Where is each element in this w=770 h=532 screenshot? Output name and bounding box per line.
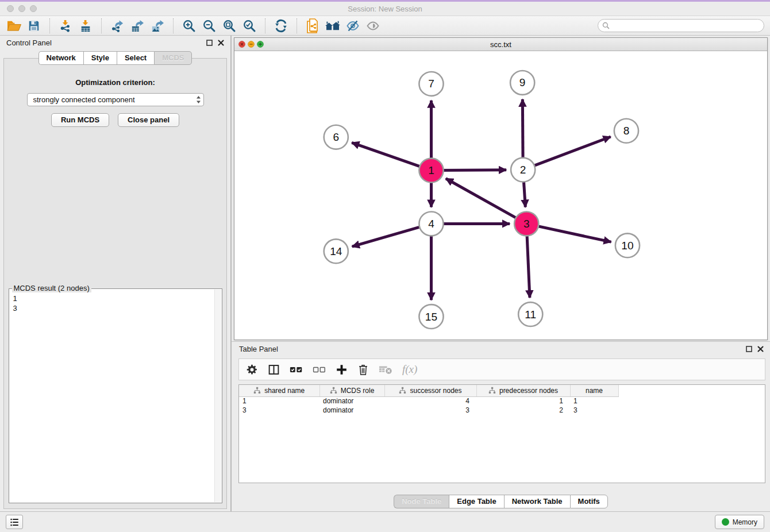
zoom-window-button[interactable] (30, 5, 37, 12)
refresh-layout-icon[interactable] (273, 18, 289, 34)
node-table-header-row: shared nameMCDS rolesuccessor nodesprede… (239, 385, 765, 396)
criterion-select[interactable]: strongly connected component (27, 93, 204, 106)
search-field[interactable] (598, 19, 764, 32)
table-panel: Table Panel (232, 341, 770, 511)
zoom-out-icon[interactable] (201, 18, 217, 34)
cell-name[interactable]: 1 (570, 396, 618, 406)
svg-text:1: 1 (428, 164, 434, 176)
zoom-fit-icon[interactable] (221, 18, 237, 34)
split-columns-icon[interactable] (268, 364, 280, 376)
show-all-icon[interactable] (365, 18, 381, 34)
graph-edge-2-8[interactable] (523, 137, 611, 170)
import-table-icon[interactable] (78, 18, 94, 34)
column-tree-icon (330, 387, 337, 394)
graph-node-14[interactable]: 14 (324, 239, 348, 263)
float-panel-icon[interactable] (206, 40, 213, 46)
open-file-icon[interactable] (6, 18, 22, 34)
hide-selected-icon[interactable] (345, 18, 361, 34)
close-network-button[interactable] (238, 41, 245, 48)
tab-mcds[interactable]: MCDS (154, 51, 192, 65)
graph-edge-3-10[interactable] (526, 223, 611, 242)
cell-predecessor-nodes[interactable]: 2 (476, 406, 570, 415)
import-network-icon[interactable] (57, 18, 74, 34)
memory-button[interactable]: Memory (715, 515, 764, 529)
run-mcds-button[interactable]: Run MCDS (51, 113, 109, 127)
close-window-button[interactable] (7, 5, 14, 12)
minimize-window-button[interactable] (18, 5, 25, 12)
tab-node-table[interactable]: Node Table (394, 495, 449, 508)
float-table-panel-icon[interactable] (746, 346, 752, 352)
main-toolbar (0, 16, 770, 36)
mcds-result-text[interactable]: 1 3 (9, 289, 222, 318)
delete-row-icon[interactable] (357, 364, 369, 376)
graph-node-9[interactable]: 9 (510, 71, 534, 95)
svg-text:15: 15 (425, 311, 437, 323)
column-tree-icon (253, 387, 261, 394)
table-row[interactable]: 1dominator411 (239, 396, 765, 406)
select-stepper-icon (196, 95, 201, 104)
graph-node-6[interactable]: 6 (324, 125, 348, 149)
status-bar: Memory (0, 511, 770, 532)
graph-node-7[interactable]: 7 (419, 72, 443, 96)
tab-motifs[interactable]: Motifs (570, 495, 608, 508)
window-title: Session: New Session (348, 5, 422, 13)
criterion-select-value: strongly connected component (33, 95, 196, 104)
close-panel-icon[interactable] (218, 40, 224, 46)
column-header-shared-name[interactable]: shared name (239, 385, 319, 396)
cell-name[interactable]: 3 (570, 406, 618, 415)
column-header-mcds-role[interactable]: MCDS role (319, 385, 384, 396)
cell-successor-nodes[interactable]: 4 (384, 396, 476, 406)
graph-node-4[interactable]: 4 (419, 211, 443, 236)
cell-predecessor-nodes[interactable]: 1 (476, 396, 570, 406)
graph-node-15[interactable]: 15 (419, 304, 443, 329)
add-row-icon[interactable] (336, 364, 348, 376)
export-network-icon[interactable] (109, 18, 125, 34)
graph-node-10[interactable]: 10 (615, 233, 640, 257)
zoom-in-icon[interactable] (181, 18, 197, 34)
clone-network-icon[interactable] (305, 18, 321, 34)
search-input[interactable] (613, 22, 760, 30)
apply-function-icon[interactable]: f(x) (402, 363, 417, 376)
tab-edge-table[interactable]: Edge Table (449, 495, 503, 508)
select-all-icon[interactable] (290, 365, 303, 374)
deselect-all-icon[interactable] (313, 365, 326, 374)
delete-table-icon[interactable] (379, 365, 392, 375)
result-scrollbar[interactable] (214, 290, 221, 502)
save-session-icon[interactable] (26, 18, 42, 34)
graph-node-11[interactable]: 11 (518, 302, 542, 326)
cell-shared-name[interactable]: 3 (239, 406, 319, 415)
column-header-predecessor-nodes[interactable]: predecessor nodes (476, 385, 570, 396)
export-image-icon[interactable] (149, 18, 165, 34)
tab-network[interactable]: Network (38, 51, 83, 65)
tab-select[interactable]: Select (117, 51, 154, 65)
cell-successor-nodes[interactable]: 3 (384, 406, 476, 415)
network-canvas[interactable]: 7968124314101511 (234, 51, 767, 340)
network-graph[interactable]: 7968124314101511 (234, 51, 767, 340)
graph-node-8[interactable]: 8 (614, 119, 638, 143)
tab-style[interactable]: Style (83, 51, 117, 65)
close-table-panel-icon[interactable] (757, 346, 764, 352)
export-table-icon[interactable] (129, 18, 145, 34)
svg-text:10: 10 (621, 240, 633, 252)
task-history-button[interactable] (6, 515, 23, 529)
titlebar: Session: New Session (0, 2, 770, 16)
column-header-successor-nodes[interactable]: successor nodes (384, 385, 476, 396)
first-neighbors-icon[interactable] (325, 18, 341, 34)
graph-node-3[interactable]: 3 (514, 211, 538, 236)
graph-edge-3-1[interactable] (446, 179, 526, 224)
graph-node-1[interactable]: 1 (419, 159, 443, 183)
table-settings-icon[interactable] (246, 364, 258, 376)
window-controls[interactable] (7, 5, 37, 12)
cell-shared-name[interactable]: 1 (239, 396, 319, 406)
tab-network-table[interactable]: Network Table (504, 495, 570, 508)
zoom-selected-icon[interactable] (241, 18, 257, 34)
close-panel-button[interactable]: Close panel (118, 113, 179, 127)
minimize-network-button[interactable] (248, 41, 255, 48)
column-header-name[interactable]: name (570, 385, 618, 396)
table-row[interactable]: 3dominator323 (239, 406, 765, 415)
cell-mcds-role[interactable]: dominator (319, 406, 384, 415)
network-window-titlebar[interactable]: scc.txt (234, 38, 767, 51)
graph-node-2[interactable]: 2 (511, 158, 535, 182)
maximize-network-button[interactable] (257, 41, 264, 48)
cell-mcds-role[interactable]: dominator (319, 396, 384, 406)
